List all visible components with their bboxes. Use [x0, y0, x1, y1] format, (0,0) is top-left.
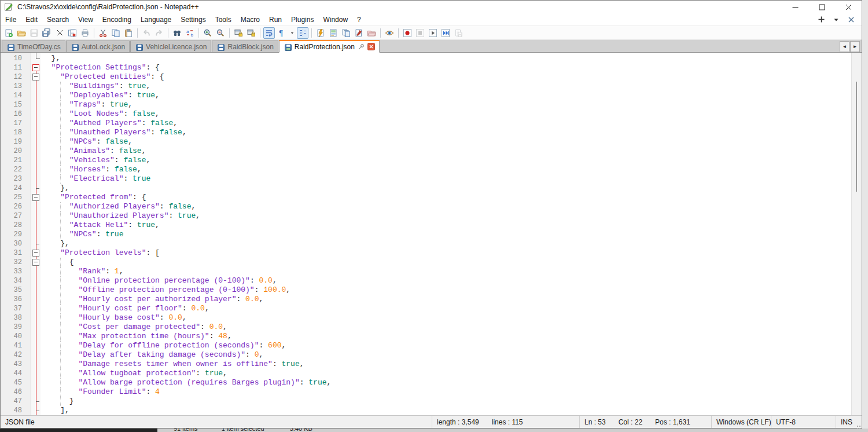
vertical-scrollbar[interactable]: [851, 53, 862, 415]
paste-icon[interactable]: [123, 27, 134, 39]
tab-raidprotection-json[interactable]: RaidProtection.json: [279, 40, 380, 53]
code-line-15[interactable]: 15 "Traps": true,: [1, 100, 862, 109]
code-text[interactable]: "Authorized Players": false,: [41, 202, 196, 211]
code-text[interactable]: "Authed Players": false,: [41, 119, 178, 128]
code-text[interactable]: },: [41, 239, 69, 248]
function-list-icon[interactable]: [315, 27, 326, 39]
tab-timeofday-cs[interactable]: TimeOfDay.cs: [2, 41, 65, 52]
code-line-10[interactable]: 10 },: [1, 54, 862, 63]
menu-encoding[interactable]: Encoding: [98, 14, 136, 25]
code-line-47[interactable]: 47 }: [1, 397, 862, 406]
vertical-scrollbar-thumb[interactable]: [856, 82, 857, 192]
pin-icon[interactable]: [358, 43, 365, 50]
file-browser-icon[interactable]: [353, 27, 365, 39]
replace-icon[interactable]: ab: [184, 27, 196, 39]
code-line-46[interactable]: 46 "Founder Limit": 4: [1, 387, 862, 397]
code-text[interactable]: "Rank": 1,: [41, 267, 123, 276]
code-line-37[interactable]: 37 "Hourly cost per floor": 0.0,: [1, 304, 862, 313]
close-file-icon[interactable]: [54, 27, 65, 39]
code-text[interactable]: },: [41, 184, 69, 193]
code-line-33[interactable]: 33 "Rank": 1,: [1, 267, 862, 276]
document-list-icon[interactable]: [340, 27, 352, 39]
code-text[interactable]: },: [41, 54, 60, 63]
code-line-36[interactable]: 36 "Hourly cost per authorized player": …: [1, 295, 862, 304]
code-text[interactable]: "Loot Nodes": false,: [41, 109, 160, 119]
code-text[interactable]: "Animals": false,: [41, 147, 146, 156]
code-text[interactable]: "Buildings": true,: [41, 82, 150, 91]
save-macro-icon[interactable]: [453, 27, 464, 39]
menu-macro[interactable]: Macro: [236, 14, 264, 25]
code-line-11[interactable]: 11 "Protection Settings": {: [1, 63, 862, 72]
code-line-45[interactable]: 45 "Allow barge protection (requires Bar…: [1, 378, 862, 387]
sync-vertical-scroll-icon[interactable]: [233, 27, 244, 39]
code-text[interactable]: "Attack Heli": true,: [41, 221, 160, 230]
code-line-24[interactable]: 24 },: [1, 184, 862, 193]
status-encoding[interactable]: UTF-8: [771, 416, 836, 428]
save-icon[interactable]: [28, 27, 40, 39]
menu-plugins[interactable]: Plugins: [286, 14, 318, 25]
code-line-20[interactable]: 20 "Animals": false,: [1, 147, 862, 156]
show-all-characters-icon[interactable]: ¶: [276, 27, 288, 39]
menu-tools[interactable]: Tools: [211, 14, 236, 25]
code-line-32[interactable]: 32 {: [1, 258, 862, 267]
show-indent-guide-icon[interactable]: [297, 27, 308, 39]
fold-collapse-icon[interactable]: [32, 194, 39, 201]
code-line-31[interactable]: 31 "Protection levels": [: [1, 248, 862, 258]
save-all-icon[interactable]: [41, 27, 53, 39]
code-line-16[interactable]: 16 "Loot Nodes": false,: [1, 109, 862, 119]
fold-collapse-icon[interactable]: [32, 64, 39, 71]
redo-icon[interactable]: [153, 27, 165, 39]
code-line-35[interactable]: 35 "Offline protection percentage (0-100…: [1, 285, 862, 295]
code-text[interactable]: "Hourly cost per floor": 0.0,: [41, 304, 209, 313]
document-map-icon[interactable]: [328, 27, 339, 39]
code-text[interactable]: "Protected entities": {: [41, 72, 164, 82]
code-text[interactable]: "Founder Limit": 4: [41, 387, 160, 397]
code-line-14[interactable]: 14 "Deployables": true,: [1, 91, 862, 100]
close-tab-button[interactable]: [847, 15, 856, 24]
zoom-in-icon[interactable]: [202, 27, 214, 39]
tab-list-dropdown[interactable]: [832, 15, 841, 24]
code-text[interactable]: "Protected from": {: [41, 193, 146, 202]
cut-icon[interactable]: [97, 27, 109, 39]
code-line-40[interactable]: 40 "Max protection time (hours)": 48,: [1, 332, 862, 341]
code-line-39[interactable]: 39 "Cost per damage protected": 0.0,: [1, 323, 862, 332]
code-text[interactable]: "Horses": false,: [41, 165, 142, 174]
menu-run[interactable]: Run: [264, 14, 286, 25]
monitoring-icon[interactable]: [384, 27, 395, 39]
code-line-28[interactable]: 28 "Attack Heli": true,: [1, 221, 862, 230]
folder-as-workspace-icon[interactable]: [366, 27, 377, 39]
open-file-icon[interactable]: [16, 27, 27, 39]
code-line-29[interactable]: 29 "NPCs": true: [1, 230, 862, 239]
menu-settings[interactable]: Settings: [176, 14, 210, 25]
code-line-18[interactable]: 18 "Unauthed Players": false,: [1, 128, 862, 137]
code-text[interactable]: "Allow tugboat protection": true,: [41, 369, 227, 378]
code-line-25[interactable]: 25 "Protected from": {: [1, 193, 862, 202]
menu-language[interactable]: Language: [136, 14, 176, 25]
code-line-42[interactable]: 42 "Delay after taking damage (seconds)"…: [1, 350, 862, 360]
code-line-12[interactable]: 12 "Protected entities": {: [1, 72, 862, 82]
status-length-lines[interactable]: length : 3,549 lines : 115: [432, 416, 580, 428]
tab-scroll-right-button[interactable]: ►: [850, 41, 860, 52]
code-area[interactable]: 10 },11 "Protection Settings": {12 "Prot…: [1, 53, 862, 415]
code-line-27[interactable]: 27 "Unauthorized Players": true,: [1, 211, 862, 221]
status-eol-format[interactable]: Windows (CR LF): [712, 416, 771, 428]
code-line-30[interactable]: 30 },: [1, 239, 862, 248]
code-line-21[interactable]: 21 "Vehicles": false,: [1, 156, 862, 165]
tab-autolock-json[interactable]: AutoLock.json: [66, 41, 130, 52]
code-line-19[interactable]: 19 "NPCs": false,: [1, 137, 862, 147]
stop-recording-icon[interactable]: [414, 27, 426, 39]
print-icon[interactable]: [79, 27, 91, 39]
code-line-41[interactable]: 41 "Delay for offline protection (second…: [1, 341, 862, 350]
fold-collapse-icon[interactable]: [32, 259, 39, 266]
resize-grip[interactable]: [859, 426, 860, 427]
code-text[interactable]: "Damage resets timer when owner is offli…: [41, 360, 304, 369]
fold-collapse-icon[interactable]: [32, 74, 39, 80]
tab-scroll-left-button[interactable]: ◄: [840, 41, 849, 52]
code-text[interactable]: ],: [41, 406, 69, 415]
menu-edit[interactable]: Edit: [21, 14, 42, 25]
menu-file[interactable]: File: [1, 14, 21, 25]
playback-macro-icon[interactable]: [427, 27, 439, 39]
code-line-44[interactable]: 44 "Allow tugboat protection": true,: [1, 369, 862, 378]
code-text[interactable]: "Protection levels": [: [41, 248, 160, 258]
code-text[interactable]: "NPCs": false,: [41, 137, 133, 147]
